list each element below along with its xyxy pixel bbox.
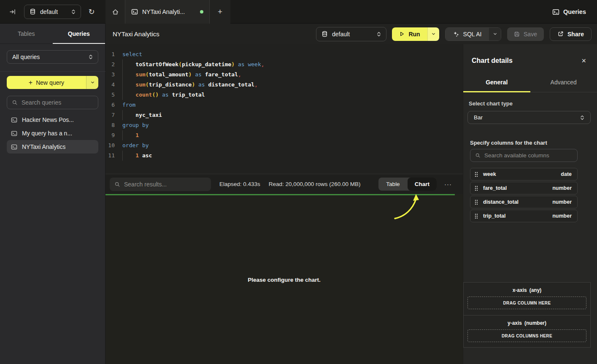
sql-ai-menu-button[interactable] (489, 28, 501, 40)
column-chip-week[interactable]: week date (470, 168, 578, 181)
search-icon (475, 153, 481, 158)
query-item-label: My query has a n... (22, 130, 72, 137)
x-axis-constraint: (any) (529, 287, 542, 293)
chevron-updown-icon (71, 9, 76, 15)
sidebar-tab-queries[interactable]: Queries (53, 24, 105, 43)
search-queries-input[interactable] (22, 99, 98, 106)
close-icon[interactable]: × (581, 57, 586, 65)
read-stats: Read: 20,000,000 rows (260.00 MB) (269, 181, 361, 187)
query-database-selector[interactable]: default (316, 27, 386, 41)
new-tab-button[interactable]: + (210, 0, 230, 24)
run-button[interactable]: Run (392, 27, 427, 41)
save-icon (514, 31, 520, 37)
chart-details-title: Chart details (472, 57, 513, 65)
query-list-item-selected[interactable]: NYTaxi Analytics (7, 140, 98, 154)
query-list-item[interactable]: Hacker News Pos... (7, 113, 98, 127)
more-options-button[interactable]: ··· (442, 181, 454, 188)
new-query-menu-button[interactable] (86, 76, 98, 89)
share-label: Share (567, 31, 584, 38)
columns-section-label: Specify columns for the chart (470, 140, 547, 146)
new-query-button[interactable]: + New query (7, 76, 86, 89)
query-database-value: default (332, 31, 350, 38)
sql-ai-split-button: SQL AI (445, 27, 501, 41)
run-label: Run (408, 31, 420, 38)
topbar-database-selector[interactable]: default (24, 5, 81, 19)
search-icon (12, 100, 18, 105)
table-view-button[interactable]: Table (378, 178, 408, 191)
chevron-down-icon (90, 80, 95, 85)
search-columns-box (470, 149, 578, 162)
plus-icon: + (29, 79, 32, 86)
sql-console-app: default ↻ NYTaxi Analyti... + Queries (0, 0, 597, 364)
x-axis-drop-zone[interactable]: DRAG COLUMN HERE (467, 297, 586, 309)
column-name: distance_total (483, 199, 519, 205)
tab-advanced[interactable]: Advanced (530, 73, 597, 92)
drag-handle-icon (475, 200, 478, 205)
tab-general[interactable]: General (463, 73, 530, 92)
chart-details-panel: Chart details × General Advanced Select … (463, 44, 597, 364)
query-item-label: NYTaxi Analytics (22, 143, 65, 150)
column-name: fare_total (483, 185, 507, 191)
topbar-database-value: default (40, 8, 58, 15)
empty-chart-message: Please configure the chart. (248, 277, 321, 283)
x-axis-name: x-axis (513, 287, 527, 293)
column-chip-trip-total[interactable]: trip_total number (470, 210, 578, 222)
query-item-label: Hacker News Pos... (22, 116, 74, 123)
axes-config-box: x-axis(any) DRAG COLUMN HERE y-axis(numb… (463, 282, 591, 348)
query-tab-active[interactable]: NYTaxi Analyti... (125, 0, 210, 24)
sql-ai-button[interactable]: SQL AI (446, 28, 489, 40)
column-chip-distance-total[interactable]: distance_total number (470, 196, 578, 208)
y-axis-title: y-axis(number) (508, 320, 546, 326)
play-icon (399, 31, 405, 37)
database-icon (30, 8, 36, 15)
search-results-input[interactable] (124, 181, 206, 188)
home-tab[interactable] (105, 0, 125, 24)
share-icon (557, 31, 564, 37)
page-title: NYTaxi Analytics (113, 30, 159, 38)
editor-header: NYTaxi Analytics default Run (105, 24, 597, 44)
terminal-icon (131, 8, 138, 15)
new-query-split-button: + New query (7, 76, 98, 89)
unsaved-changes-dot (200, 10, 203, 13)
chart-type-value: Bar (474, 114, 483, 121)
chevron-updown-icon (89, 54, 93, 60)
save-button[interactable]: Save (507, 27, 544, 41)
collapse-sidebar-button[interactable] (5, 4, 20, 19)
refresh-icon: ↻ (88, 7, 95, 16)
chart-type-select[interactable]: Bar (467, 111, 591, 124)
refresh-button[interactable]: ↻ (84, 5, 99, 19)
arrow-to-bar-icon (9, 8, 16, 15)
sidebar-divider (0, 71, 105, 72)
search-queries-box (7, 96, 98, 109)
chart-details-header: Chart details × (463, 44, 597, 73)
chart-type-label: Select chart type (469, 100, 513, 107)
database-icon (321, 31, 328, 37)
share-button[interactable]: Share (550, 27, 592, 41)
queries-filter-value: All queries (12, 54, 40, 60)
sidebar: Tables Queries All queries + New query (0, 24, 105, 364)
terminal-icon (11, 117, 17, 123)
column-type: number (552, 213, 572, 219)
y-axis-name: y-axis (508, 320, 522, 326)
y-axis-drop-zone[interactable]: DRAG COLUMNS HERE (467, 329, 586, 342)
chevron-down-icon (431, 32, 436, 36)
sidebar-tabs: Tables Queries (0, 24, 105, 44)
chart-view-button[interactable]: Chart (408, 178, 437, 191)
drag-handle-icon (475, 213, 478, 219)
search-columns-input[interactable] (484, 152, 573, 159)
run-menu-button[interactable] (427, 27, 439, 41)
search-results-box (110, 178, 211, 191)
terminal-icon (11, 130, 17, 137)
column-chip-fare-total[interactable]: fare_total number (470, 182, 578, 194)
chevron-down-icon (493, 32, 497, 36)
chevron-updown-icon (377, 31, 381, 37)
query-list-item[interactable]: My query has a n... (7, 127, 98, 140)
queries-filter-select[interactable]: All queries (7, 50, 98, 64)
sql-editor[interactable]: 1select2 toStartOfWeek(pickup_datetime) … (105, 44, 463, 174)
save-label: Save (524, 31, 537, 38)
sidebar-tab-tables[interactable]: Tables (0, 24, 53, 43)
topbar: default ↻ (0, 0, 597, 24)
annotation-arrow-icon (388, 191, 424, 224)
queries-button[interactable]: Queries (552, 0, 586, 24)
home-icon (112, 8, 119, 16)
